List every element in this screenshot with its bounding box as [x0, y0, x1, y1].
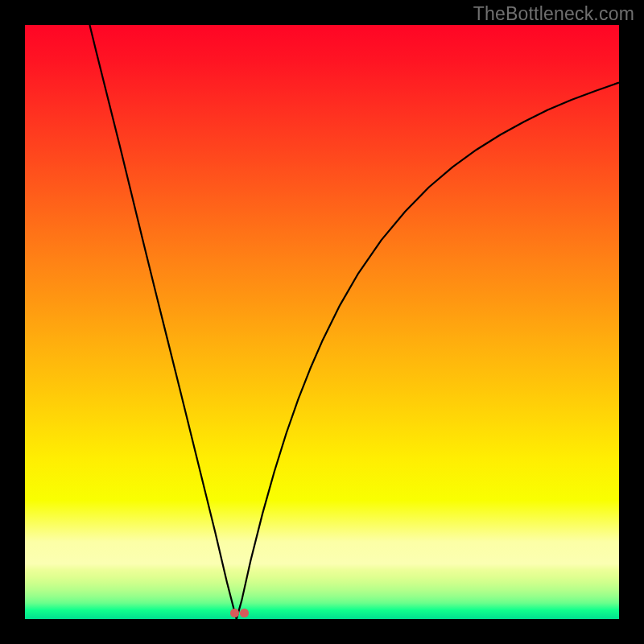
chart-plot	[25, 25, 619, 619]
optimal-marker-1	[240, 609, 248, 617]
optimal-marker-0	[230, 609, 238, 617]
chart-frame: TheBottleneck.com	[0, 0, 644, 644]
watermark-text: TheBottleneck.com	[473, 3, 634, 25]
plot-background	[25, 25, 619, 619]
